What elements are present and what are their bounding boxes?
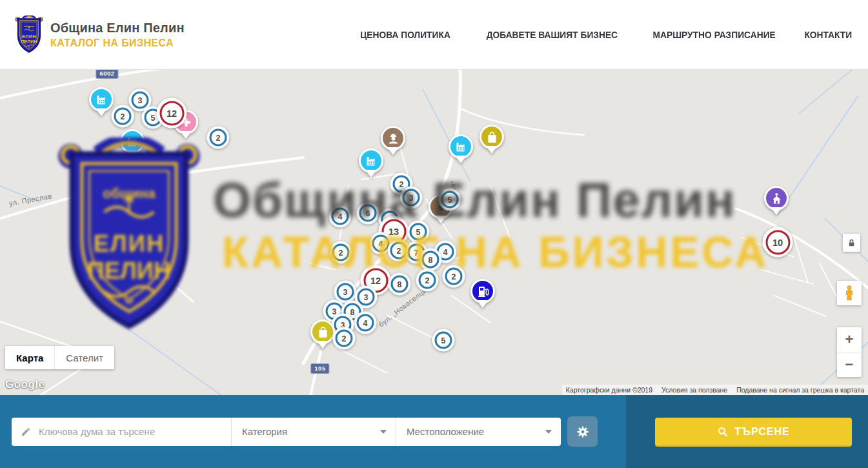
cluster-marker[interactable]: 5 — [407, 221, 430, 243]
bag-marker[interactable] — [479, 125, 504, 149]
search-submit-button[interactable]: ТЪРСЕНЕ — [655, 418, 852, 445]
cluster-count: 4 — [372, 235, 390, 252]
cluster-marker[interactable]: 2 — [207, 127, 230, 149]
cluster-count: 4 — [332, 208, 349, 225]
cluster-marker[interactable]: 12 — [157, 98, 187, 128]
category-select-value: Категория — [242, 426, 287, 437]
category-select[interactable]: Категория — [231, 418, 396, 446]
factory-marker[interactable] — [120, 129, 145, 154]
cluster-count: 2 — [114, 108, 132, 125]
zoom-control: + − — [837, 327, 862, 377]
marker-tail — [180, 131, 192, 139]
location-select-value: Местоположение — [407, 426, 484, 437]
cluster-marker[interactable]: 5 — [432, 329, 455, 352]
zoom-in-button[interactable]: + — [837, 327, 862, 352]
brand-text: Община Елин Пелин КАТАЛОГ НА БИЗНЕСА — [50, 21, 185, 49]
nav-item-add-business[interactable]: ДОБАВЕТЕ ВАШИЯТ БИЗНЕС — [487, 29, 618, 40]
marker-tail — [96, 108, 107, 116]
worker-marker[interactable] — [381, 126, 405, 150]
brand-subtitle: КАТАЛОГ НА БИЗНЕСА — [50, 37, 185, 49]
cluster-count: 4 — [357, 314, 374, 332]
pencil-icon — [21, 427, 31, 437]
lock-icon — [847, 238, 856, 248]
marker-tail — [317, 341, 328, 349]
marker-tail — [486, 146, 498, 154]
google-logo[interactable]: Google — [5, 378, 45, 391]
search-icon — [717, 426, 728, 437]
main-nav: ЦЕНОВА ПОЛИТИКАДОБАВЕТЕ ВАШИЯТ БИЗНЕСМАР… — [352, 29, 852, 40]
cluster-marker[interactable]: 4 — [354, 312, 377, 334]
cluster-count: 3 — [132, 92, 149, 109]
marker-tail — [435, 216, 447, 223]
cluster-count: 5 — [435, 332, 452, 349]
brand-title: Община Елин Пелин — [50, 21, 185, 36]
marker-tail — [455, 156, 467, 163]
marker-tail — [387, 147, 399, 155]
cluster-count: 12 — [159, 101, 184, 125]
map-type-map-button[interactable]: Карта — [5, 346, 54, 369]
cluster-marker[interactable]: 2 — [416, 269, 439, 292]
cluster-count: 2 — [332, 244, 350, 261]
factory-marker[interactable] — [449, 134, 473, 159]
map-canvas[interactable]: Община Елин Пелин КАТАЛОГ НА БИЗНЕСА Кар… — [0, 70, 868, 395]
advanced-filters-button[interactable] — [567, 416, 598, 447]
cluster-count: 2 — [419, 272, 436, 289]
map-attribution: Картографски данни ©2019 Условия за полз… — [562, 385, 868, 395]
cluster-marker[interactable]: 2 — [333, 327, 356, 350]
nav-item-route-schedule[interactable]: МАРШРУТНО РАЗПИСАНИЕ — [653, 29, 776, 40]
cluster-marker[interactable]: 6 — [357, 202, 379, 225]
search-submit-panel: ТЪРСЕНЕ — [626, 395, 868, 468]
cluster-count: 3 — [337, 283, 354, 301]
marker-tail — [477, 300, 489, 308]
header: Община Елин Пелин КАТАЛОГ НА БИЗНЕСА ЦЕН… — [0, 0, 868, 70]
search-panel: Категория Местоположение — [0, 395, 626, 468]
map-type-satellite-button[interactable]: Сателит — [54, 346, 114, 369]
terms-link[interactable]: Условия за ползване — [661, 386, 727, 394]
cluster-count: 8 — [422, 251, 439, 269]
cluster-marker[interactable]: 8 — [419, 249, 442, 271]
gear-icon — [576, 425, 590, 439]
cluster-count: 2 — [336, 330, 353, 347]
marker-tail — [771, 207, 782, 215]
church-marker[interactable] — [764, 186, 789, 210]
cluster-count: 10 — [765, 230, 790, 254]
cluster-marker[interactable]: 2 — [443, 265, 465, 288]
cluster-marker[interactable]: 5 — [439, 188, 461, 211]
attribution-copyright: Картографски данни ©2019 — [566, 386, 652, 394]
cluster-count: 2 — [210, 129, 227, 147]
search-input[interactable] — [39, 426, 223, 437]
search-submit-label: ТЪРСЕНЕ — [734, 426, 789, 438]
location-select[interactable]: Местоположение — [396, 418, 561, 446]
cluster-marker[interactable]: 2 — [330, 241, 352, 264]
road-badge: 6002 — [96, 70, 118, 79]
fuel-marker[interactable] — [470, 279, 495, 303]
road-badge: 105 — [310, 363, 329, 374]
bag-marker[interactable] — [310, 320, 335, 344]
search-fields: Категория Местоположение — [12, 418, 561, 446]
cluster-count: 6 — [359, 205, 377, 222]
street-view-pegman-button[interactable] — [837, 281, 862, 305]
report-error-link[interactable]: Подаване на сигнал за грешка в картата — [736, 386, 864, 394]
search-bar: Категория Местоположение — [0, 395, 868, 468]
cluster-count: 8 — [391, 276, 409, 293]
nav-item-contacts[interactable]: КОНТАКТИ — [804, 29, 852, 40]
nav-item-pricing[interactable]: ЦЕНОВА ПОЛИТИКА — [360, 29, 450, 40]
cluster-count: 2 — [445, 268, 463, 285]
cluster-marker[interactable]: 2 — [112, 105, 134, 128]
chevron-down-icon — [545, 430, 552, 434]
municipality-crest-icon — [14, 15, 44, 54]
chevron-down-icon — [380, 430, 387, 434]
cluster-marker[interactable]: 4 — [329, 205, 352, 228]
brand-logo[interactable]: Община Елин Пелин КАТАЛОГ НА БИЗНЕСА — [14, 15, 185, 54]
lock-control[interactable] — [843, 234, 860, 252]
factory-marker[interactable] — [89, 87, 114, 112]
factory-marker[interactable] — [359, 148, 383, 173]
cluster-marker[interactable]: 8 — [389, 273, 411, 296]
cluster-marker[interactable]: 3 — [400, 187, 423, 209]
keyword-field[interactable] — [12, 418, 231, 446]
cluster-count: 5 — [410, 223, 427, 241]
cluster-marker[interactable]: 10 — [763, 227, 793, 258]
cluster-count: 3 — [403, 189, 420, 207]
zoom-out-button[interactable]: − — [837, 352, 862, 377]
cluster-count: 5 — [441, 191, 459, 209]
